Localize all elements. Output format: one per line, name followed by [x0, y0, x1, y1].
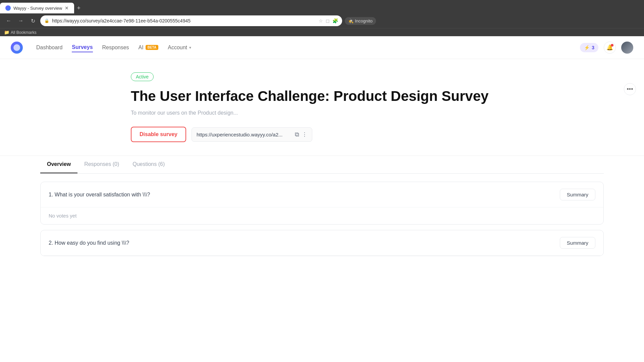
- nav-right: ⚡ 3 🔔: [580, 42, 633, 54]
- nav-responses[interactable]: Responses: [102, 43, 129, 52]
- new-tab-button[interactable]: +: [74, 5, 83, 12]
- lock-icon: 🔒: [44, 18, 49, 23]
- account-chevron-icon: ▾: [189, 45, 191, 50]
- upgrade-badge[interactable]: ⚡ 3: [580, 43, 598, 52]
- nav-surveys[interactable]: Surveys: [72, 43, 93, 52]
- tabs-and-content: Overview Responses (0) Questions (6) 1. …: [0, 156, 644, 269]
- address-text: https://wayyy.co/survey/a2e4ccae-7e98-11…: [52, 18, 316, 23]
- bookmarks-label: All Bookmarks: [11, 30, 37, 35]
- ai-beta-badge: BETA: [146, 45, 158, 50]
- question-card-2: 2. How easy do you find using \\\? Summa…: [40, 230, 604, 256]
- main-nav: Dashboard Surveys Responses AI BETA Acco…: [0, 36, 644, 59]
- tab-overview[interactable]: Overview: [40, 156, 77, 173]
- extensions-icon[interactable]: 🧩: [332, 18, 338, 23]
- logo-inner: [13, 44, 20, 51]
- main-content: Active The User Interface Challenge: Pro…: [0, 59, 644, 142]
- nav-ai[interactable]: AI BETA: [139, 43, 159, 52]
- survey-url-text: https://uxperiencestudio.wayyy.co/a2...: [197, 132, 292, 137]
- copy-url-icon[interactable]: ⧉: [295, 131, 299, 138]
- question-header-1: 1. What is your overall satisfaction wit…: [41, 182, 603, 207]
- address-actions: ☆ ◻ 🧩: [319, 18, 338, 23]
- status-badge: Active: [131, 72, 154, 81]
- incognito-icon: 🕵: [348, 18, 354, 23]
- tab-close-icon[interactable]: ✕: [65, 5, 69, 11]
- back-button[interactable]: ←: [4, 16, 13, 25]
- avatar-image: [621, 42, 633, 54]
- disable-survey-button[interactable]: Disable survey: [131, 127, 186, 142]
- survey-title: The User Interface Challenge: Product De…: [131, 88, 513, 105]
- survey-url-box: https://uxperiencestudio.wayyy.co/a2... …: [192, 127, 312, 142]
- incognito-label: Incognito: [355, 18, 373, 23]
- tabs-container: Overview Responses (0) Questions (6): [40, 156, 604, 174]
- nav-items: Dashboard Surveys Responses AI BETA Acco…: [36, 43, 569, 52]
- nav-account[interactable]: Account ▾: [168, 45, 191, 51]
- upgrade-count: 3: [592, 45, 594, 50]
- reload-button[interactable]: ↻: [28, 16, 38, 25]
- tabs: Overview Responses (0) Questions (6): [40, 156, 604, 173]
- nav-ai-label: AI: [139, 43, 144, 52]
- browser-frame: Wayyy - Survey overview ✕ + ← → ↻ 🔒 http…: [0, 0, 644, 36]
- notification-dot: [611, 44, 613, 47]
- tab-favicon: [5, 5, 11, 11]
- summary-button-1[interactable]: Summary: [560, 189, 595, 200]
- logo[interactable]: [11, 42, 23, 54]
- user-avatar[interactable]: [621, 42, 633, 54]
- browser-controls: ← → ↻ 🔒 https://wayyy.co/survey/a2e4ccae…: [0, 13, 644, 28]
- nav-dashboard[interactable]: Dashboard: [36, 43, 62, 52]
- upgrade-icon: ⚡: [584, 45, 590, 50]
- nav-account-label: Account: [168, 45, 187, 51]
- bookmarks-bar: 📁 All Bookmarks: [0, 28, 644, 36]
- no-votes-1: No votes yet: [49, 213, 76, 219]
- survey-content: Active The User Interface Challenge: Pro…: [131, 59, 513, 142]
- url-more-icon[interactable]: ⋮: [302, 131, 307, 138]
- question-body-1: No votes yet: [41, 207, 603, 224]
- summary-button-2[interactable]: Summary: [560, 237, 595, 249]
- tab-responses[interactable]: Responses (0): [77, 156, 126, 173]
- survey-actions: Disable survey https://uxperiencestudio.…: [131, 127, 513, 142]
- question-text-2: 2. How easy do you find using \\\?: [49, 240, 129, 246]
- tab-questions[interactable]: Questions (6): [126, 156, 171, 173]
- forward-button[interactable]: →: [16, 16, 25, 25]
- question-card-1: 1. What is your overall satisfaction wit…: [40, 182, 604, 225]
- bookmarks-folder-icon: 📁: [4, 30, 9, 35]
- app-container: Dashboard Surveys Responses AI BETA Acco…: [0, 36, 644, 331]
- questions-area: 1. What is your overall satisfaction wit…: [40, 174, 604, 269]
- browser-right-actions: 🕵 Incognito: [345, 17, 380, 25]
- question-text-1: 1. What is your overall satisfaction wit…: [49, 192, 150, 198]
- notification-bell[interactable]: 🔔: [604, 42, 616, 54]
- question-header-2: 2. How easy do you find using \\\? Summa…: [41, 230, 603, 256]
- browser-tabs-bar: Wayyy - Survey overview ✕ +: [0, 0, 644, 13]
- bookmark-icon[interactable]: ☆: [319, 18, 323, 23]
- profile-icon[interactable]: ◻: [326, 18, 330, 23]
- incognito-profile[interactable]: 🕵 Incognito: [345, 17, 376, 25]
- more-options-button[interactable]: •••: [624, 83, 636, 95]
- more-icon: •••: [627, 86, 633, 93]
- tab-title: Wayyy - Survey overview: [13, 6, 62, 11]
- browser-tab-active[interactable]: Wayyy - Survey overview ✕: [0, 3, 74, 13]
- survey-description: To monitor our users on the Product desi…: [131, 110, 513, 116]
- address-bar[interactable]: 🔒 https://wayyy.co/survey/a2e4ccae-7e98-…: [40, 15, 342, 26]
